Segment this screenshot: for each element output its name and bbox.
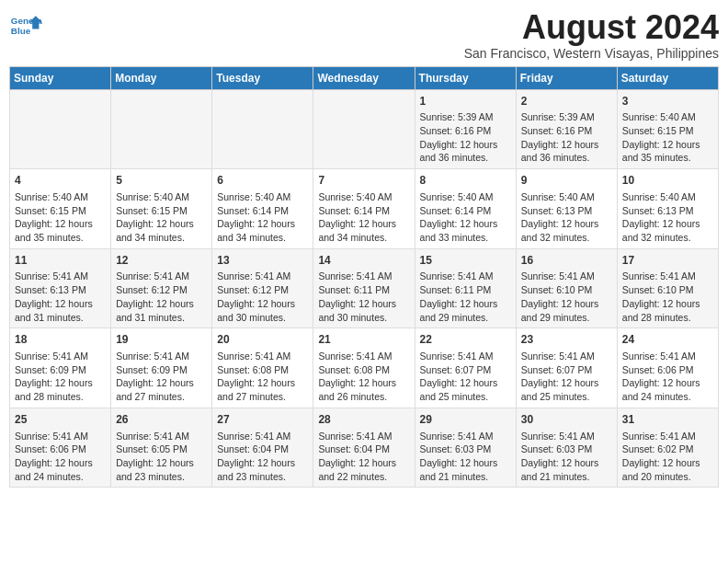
cell-text: Sunset: 6:15 PM (15, 204, 106, 218)
day-number: 6 (217, 173, 308, 189)
cell-text: and 34 minutes. (318, 231, 409, 245)
col-monday: Monday (111, 66, 212, 89)
day-number: 24 (622, 332, 713, 348)
cell-text: Sunrise: 5:41 AM (521, 430, 612, 443)
cell-text: Sunrise: 5:41 AM (622, 430, 713, 443)
cell-text: Sunset: 6:06 PM (622, 363, 713, 377)
cell-text: and 28 minutes. (15, 390, 106, 404)
cell-text: and 35 minutes. (15, 231, 106, 245)
calendar-cell: 2Sunrise: 5:39 AMSunset: 6:16 PMDaylight… (516, 89, 617, 169)
cell-text: Daylight: 12 hours (521, 456, 612, 470)
calendar-cell: 9Sunrise: 5:40 AMSunset: 6:13 PMDaylight… (516, 169, 617, 249)
calendar-header-row: Sunday Monday Tuesday Wednesday Thursday… (10, 66, 719, 89)
cell-text: Sunrise: 5:40 AM (116, 190, 207, 204)
page-header: General Blue August 2024 San Francisco, … (9, 9, 719, 61)
day-number: 30 (521, 412, 612, 428)
cell-text: Sunset: 6:11 PM (420, 283, 511, 297)
cell-text: and 22 minutes. (318, 470, 409, 484)
cell-text: Sunset: 6:08 PM (217, 363, 308, 377)
calendar-cell: 27Sunrise: 5:41 AMSunset: 6:04 PMDayligh… (212, 408, 313, 488)
col-thursday: Thursday (415, 66, 516, 89)
cell-text: Sunset: 6:15 PM (116, 204, 207, 218)
day-number: 17 (622, 253, 713, 269)
cell-text: Sunrise: 5:41 AM (15, 350, 106, 363)
day-number: 13 (217, 253, 308, 269)
calendar-cell (111, 89, 212, 169)
cell-text: Sunset: 6:09 PM (15, 363, 106, 377)
calendar-cell (10, 89, 111, 169)
calendar-cell: 22Sunrise: 5:41 AMSunset: 6:07 PMDayligh… (415, 328, 516, 408)
cell-text: Daylight: 12 hours (622, 138, 713, 152)
cell-text: Daylight: 12 hours (420, 376, 511, 390)
cell-text: Sunset: 6:05 PM (116, 442, 207, 456)
cell-text: Daylight: 12 hours (318, 376, 409, 390)
title-block: August 2024 San Francisco, Western Visay… (464, 9, 719, 61)
cell-text: Daylight: 12 hours (116, 456, 207, 470)
svg-text:Blue: Blue (11, 26, 31, 36)
cell-text: and 24 minutes. (15, 470, 106, 484)
calendar-cell: 29Sunrise: 5:41 AMSunset: 6:03 PMDayligh… (415, 408, 516, 488)
calendar-cell: 30Sunrise: 5:41 AMSunset: 6:03 PMDayligh… (516, 408, 617, 488)
calendar-cell: 24Sunrise: 5:41 AMSunset: 6:06 PMDayligh… (617, 328, 718, 408)
cell-text: Sunrise: 5:41 AM (15, 270, 106, 283)
calendar-cell: 10Sunrise: 5:40 AMSunset: 6:13 PMDayligh… (617, 169, 718, 249)
day-number: 26 (116, 412, 207, 428)
col-tuesday: Tuesday (212, 66, 313, 89)
calendar-cell: 8Sunrise: 5:40 AMSunset: 6:14 PMDaylight… (415, 169, 516, 249)
cell-text: Daylight: 12 hours (521, 217, 612, 231)
cell-text: Sunrise: 5:41 AM (116, 430, 207, 443)
calendar-cell: 16Sunrise: 5:41 AMSunset: 6:10 PMDayligh… (516, 248, 617, 328)
cell-text: Sunset: 6:03 PM (420, 442, 511, 456)
cell-text: Sunrise: 5:41 AM (420, 270, 511, 283)
cell-text: Sunset: 6:14 PM (420, 204, 511, 218)
calendar-cell: 1Sunrise: 5:39 AMSunset: 6:16 PMDaylight… (415, 89, 516, 169)
cell-text: Sunset: 6:07 PM (420, 363, 511, 377)
cell-text: and 29 minutes. (521, 311, 612, 325)
calendar-cell: 11Sunrise: 5:41 AMSunset: 6:13 PMDayligh… (10, 248, 111, 328)
cell-text: Daylight: 12 hours (622, 297, 713, 311)
calendar-cell: 31Sunrise: 5:41 AMSunset: 6:02 PMDayligh… (617, 408, 718, 488)
col-wednesday: Wednesday (313, 66, 415, 89)
cell-text: Sunset: 6:13 PM (521, 204, 612, 218)
day-number: 20 (217, 332, 308, 348)
cell-text: Sunrise: 5:41 AM (116, 350, 207, 363)
day-number: 19 (116, 332, 207, 348)
cell-text: Daylight: 12 hours (521, 376, 612, 390)
cell-text: Sunset: 6:07 PM (521, 363, 612, 377)
calendar-cell: 19Sunrise: 5:41 AMSunset: 6:09 PMDayligh… (111, 328, 212, 408)
cell-text: Daylight: 12 hours (521, 138, 612, 152)
cell-text: and 32 minutes. (622, 231, 713, 245)
cell-text: Daylight: 12 hours (318, 217, 409, 231)
cell-text: and 21 minutes. (521, 470, 612, 484)
cell-text: and 34 minutes. (116, 231, 207, 245)
cell-text: Sunset: 6:16 PM (420, 124, 511, 138)
cell-text: and 31 minutes. (116, 311, 207, 325)
day-number: 10 (622, 173, 713, 189)
cell-text: Daylight: 12 hours (521, 297, 612, 311)
cell-text: Sunrise: 5:39 AM (420, 110, 511, 124)
cell-text: and 35 minutes. (622, 151, 713, 165)
cell-text: and 25 minutes. (521, 390, 612, 404)
cell-text: Sunrise: 5:41 AM (217, 270, 308, 283)
cell-text: and 32 minutes. (521, 231, 612, 245)
day-number: 23 (521, 332, 612, 348)
cell-text: Sunset: 6:11 PM (318, 283, 409, 297)
day-number: 31 (622, 412, 713, 428)
calendar-body: 1Sunrise: 5:39 AMSunset: 6:16 PMDaylight… (10, 89, 719, 488)
col-saturday: Saturday (617, 66, 718, 89)
cell-text: and 31 minutes. (15, 311, 106, 325)
cell-text: Daylight: 12 hours (217, 376, 308, 390)
location-subtitle: San Francisco, Western Visayas, Philippi… (464, 46, 719, 61)
cell-text: Sunrise: 5:41 AM (318, 430, 409, 443)
calendar-cell: 7Sunrise: 5:40 AMSunset: 6:14 PMDaylight… (313, 169, 415, 249)
calendar-week-row: 25Sunrise: 5:41 AMSunset: 6:06 PMDayligh… (10, 408, 719, 488)
calendar-week-row: 1Sunrise: 5:39 AMSunset: 6:16 PMDaylight… (10, 89, 719, 169)
cell-text: Sunset: 6:16 PM (521, 124, 612, 138)
calendar-cell: 18Sunrise: 5:41 AMSunset: 6:09 PMDayligh… (10, 328, 111, 408)
cell-text: Sunrise: 5:40 AM (521, 190, 612, 204)
day-number: 12 (116, 253, 207, 269)
cell-text: Sunrise: 5:41 AM (521, 270, 612, 283)
cell-text: Daylight: 12 hours (318, 297, 409, 311)
cell-text: and 23 minutes. (116, 470, 207, 484)
cell-text: Daylight: 12 hours (116, 376, 207, 390)
